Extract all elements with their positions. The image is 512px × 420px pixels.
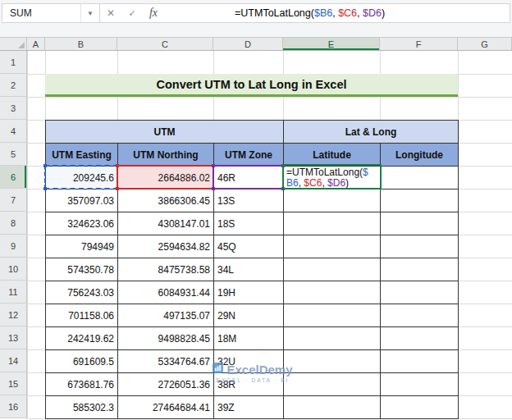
- enter-button[interactable]: ✓: [121, 4, 143, 22]
- utm-easting-cell[interactable]: 574350.78: [46, 258, 118, 281]
- longitude-cell[interactable]: [381, 304, 459, 327]
- longitude-cell[interactable]: [381, 350, 459, 373]
- utm-northing-cell[interactable]: 9498828.45: [118, 327, 214, 350]
- longitude-cell[interactable]: [381, 235, 459, 258]
- utm-northing-cell[interactable]: 2594634.82: [118, 235, 214, 258]
- utm-zone-cell[interactable]: 38R: [214, 373, 284, 396]
- row-header-13[interactable]: 13: [0, 326, 27, 349]
- latitude-header[interactable]: Latitude: [284, 144, 381, 167]
- utm-easting-cell[interactable]: 794949: [46, 235, 118, 258]
- utm-zone-cell[interactable]: 34L: [214, 258, 284, 281]
- row-header-3[interactable]: 3: [0, 97, 27, 120]
- utm-easting-cell[interactable]: 585302.3: [46, 396, 118, 419]
- row-header-1[interactable]: 1: [0, 51, 27, 74]
- latitude-cell[interactable]: [284, 281, 381, 304]
- latitude-cell[interactable]: [284, 373, 381, 396]
- utm-easting-cell[interactable]: 701158.06: [46, 304, 118, 327]
- utm-zone-cell[interactable]: 13S: [214, 189, 284, 212]
- utm-zone-cell[interactable]: 45Q: [214, 235, 284, 258]
- utm-northing-cell[interactable]: 6084931.44: [118, 281, 214, 304]
- latlong-group-header[interactable]: Lat & Long: [284, 121, 459, 144]
- row-header-2[interactable]: 2: [0, 74, 27, 97]
- longitude-cell[interactable]: [381, 373, 459, 396]
- row-header-14[interactable]: 14: [0, 349, 27, 372]
- column-header-row: UTM Easting UTM Northing UTM Zone Latitu…: [46, 144, 459, 167]
- column-header-b[interactable]: B: [45, 38, 117, 50]
- row-header-5[interactable]: 5: [0, 143, 27, 166]
- longitude-header[interactable]: Longitude: [381, 144, 459, 167]
- latitude-cell[interactable]: [284, 189, 381, 212]
- utm-zone-header[interactable]: UTM Zone: [214, 144, 284, 167]
- longitude-cell-f6[interactable]: [381, 167, 459, 189]
- utm-easting-cell[interactable]: 756243.03: [46, 281, 118, 304]
- utm-easting-cell[interactable]: 242419.62: [46, 327, 118, 350]
- longitude-cell[interactable]: [381, 258, 459, 281]
- table-row: 324623.06 4308147.01 18S: [46, 212, 459, 235]
- latitude-cell[interactable]: [284, 327, 381, 350]
- latitude-cell[interactable]: [284, 350, 381, 373]
- utm-northing-cell[interactable]: 8475738.58: [118, 258, 214, 281]
- latitude-cell[interactable]: [284, 396, 381, 419]
- latitude-cell[interactable]: [284, 304, 381, 327]
- utm-northing-cell[interactable]: 3866306.45: [118, 189, 214, 212]
- longitude-cell[interactable]: [381, 281, 459, 304]
- row-header-6-active[interactable]: 6: [0, 166, 27, 189]
- formula-text: =UTMToLatLong(: [235, 7, 314, 19]
- row-header-4[interactable]: 4: [0, 120, 27, 143]
- sheet-title-banner[interactable]: Convert UTM to Lat Long in Excel: [45, 74, 458, 97]
- utm-zone-cell[interactable]: 18M: [214, 327, 284, 350]
- utm-easting-cell[interactable]: 673681.76: [46, 373, 118, 396]
- utm-northing-cell[interactable]: 4308147.01: [118, 212, 214, 235]
- longitude-cell[interactable]: [381, 327, 459, 350]
- row-header-12[interactable]: 12: [0, 304, 27, 326]
- utm-northing-cell-c6[interactable]: 2664886.02: [118, 167, 214, 189]
- latitude-cell[interactable]: [284, 235, 381, 258]
- column-header-c[interactable]: C: [117, 38, 213, 50]
- utm-zone-cell[interactable]: 39Z: [214, 396, 284, 419]
- select-all-corner[interactable]: [0, 38, 27, 50]
- utm-northing-cell[interactable]: 27464684.41: [118, 396, 214, 419]
- utm-northing-cell[interactable]: 2726051.36: [118, 373, 214, 396]
- utm-easting-cell[interactable]: 324623.06: [46, 212, 118, 235]
- row-header-10[interactable]: 10: [0, 258, 27, 281]
- column-header-e-active[interactable]: E: [283, 38, 380, 50]
- row-header-7[interactable]: 7: [0, 189, 27, 212]
- row-header-9[interactable]: 9: [0, 235, 27, 258]
- utm-zone-cell[interactable]: 32U: [214, 350, 284, 373]
- longitude-cell[interactable]: [381, 189, 459, 212]
- latitude-cell[interactable]: [284, 212, 381, 235]
- utm-easting-header[interactable]: UTM Easting: [46, 144, 118, 167]
- check-icon: ✓: [128, 8, 135, 19]
- utm-group-header[interactable]: UTM: [46, 121, 284, 144]
- row-header-11[interactable]: 11: [0, 281, 27, 304]
- latitude-cell[interactable]: [284, 258, 381, 281]
- column-header-g[interactable]: G: [458, 38, 512, 50]
- active-editing-cell-e6[interactable]: =UTMToLatLong($ B6, $C6, $D6): [284, 167, 381, 189]
- utm-easting-cell[interactable]: 357097.03: [46, 189, 118, 212]
- longitude-cell[interactable]: [381, 396, 459, 419]
- name-box[interactable]: SUM ▼: [2, 4, 99, 22]
- cancel-button[interactable]: ✕: [100, 4, 121, 22]
- page-title: Convert UTM to Lat Long in Excel: [156, 78, 346, 91]
- utm-zone-cell-d6[interactable]: 46R: [214, 167, 284, 189]
- column-header-f[interactable]: F: [380, 38, 458, 50]
- row-header-15[interactable]: 15: [0, 372, 27, 395]
- utm-easting-cell-b6[interactable]: 209245.6: [46, 167, 118, 189]
- utm-northing-cell[interactable]: 497135.07: [118, 304, 214, 327]
- utm-zone-cell[interactable]: 18S: [214, 212, 284, 235]
- row-header-8[interactable]: 8: [0, 212, 27, 235]
- insert-function-button[interactable]: fx: [143, 4, 164, 22]
- column-header-a[interactable]: A: [27, 38, 45, 50]
- row-header-16[interactable]: 16: [0, 395, 27, 418]
- table-row: 585302.3 27464684.41 39Z: [46, 396, 459, 419]
- formula-bar-input[interactable]: =UTMToLatLong($B6, $C6, $D6): [235, 7, 385, 19]
- utm-zone-cell[interactable]: 19H: [214, 281, 284, 304]
- utm-easting-cell[interactable]: 691609.5: [46, 350, 118, 373]
- column-header-d[interactable]: D: [213, 38, 283, 50]
- chevron-down-icon[interactable]: ▼: [80, 4, 99, 22]
- utm-zone-cell[interactable]: 29N: [214, 304, 284, 327]
- utm-northing-cell[interactable]: 5334764.67: [118, 350, 214, 373]
- table-row: 673681.76 2726051.36 38R: [46, 373, 459, 396]
- utm-northing-header[interactable]: UTM Northing: [118, 144, 214, 167]
- longitude-cell[interactable]: [381, 212, 459, 235]
